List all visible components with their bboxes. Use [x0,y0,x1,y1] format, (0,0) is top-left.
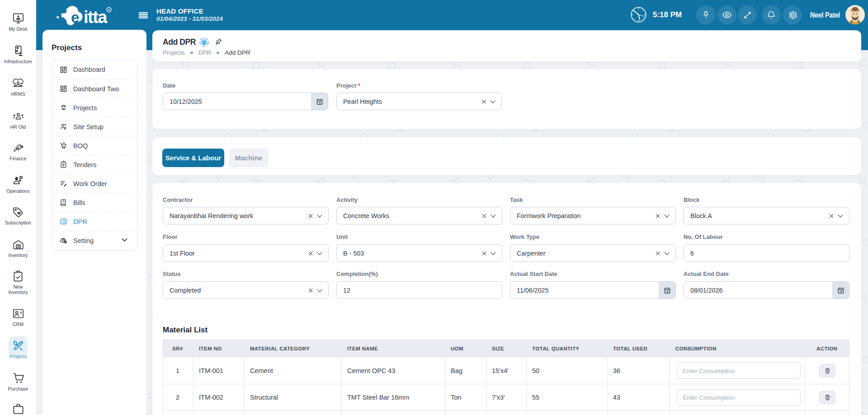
svg-text:i: i [203,40,205,45]
svg-text:itta: itta [84,8,108,27]
svg-text:e: e [71,9,79,26]
